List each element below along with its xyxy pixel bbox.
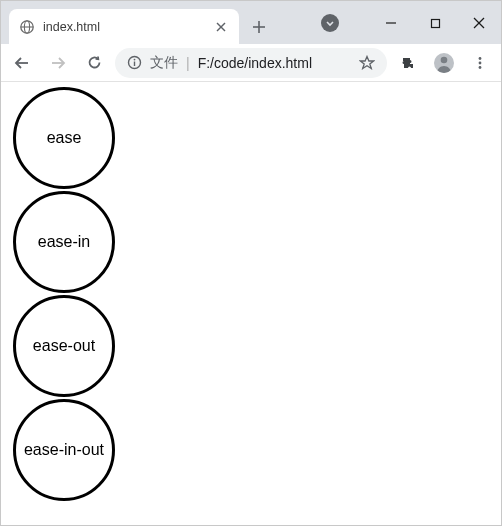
svg-point-19 [479,61,482,64]
circle-label: ease-in-out [24,441,104,459]
tab-title: index.html [43,20,205,34]
svg-marker-16 [360,56,373,68]
circle-ease: ease [13,87,115,189]
new-tab-button[interactable] [245,13,273,41]
circle-label: ease-in [38,233,90,251]
profile-avatar[interactable] [429,48,459,78]
circle-label: ease-out [33,337,95,355]
back-button[interactable] [7,48,37,78]
globe-icon [19,19,35,35]
circle-ease-in-out: ease-in-out [13,399,115,501]
circle-ease-out: ease-out [13,295,115,397]
window-controls [369,8,501,38]
minimize-button[interactable] [369,8,413,38]
reload-button[interactable] [79,48,109,78]
site-info-icon[interactable] [127,55,142,70]
circle-ease-in: ease-in [13,191,115,293]
svg-point-14 [134,59,136,61]
extensions-button[interactable] [393,48,423,78]
bookmark-star-button[interactable] [359,55,375,71]
browser-toolbar: 文件 | F:/code/index.html [1,44,501,82]
kebab-menu-button[interactable] [465,48,495,78]
address-separator: | [186,55,190,71]
address-info-label: 文件 [150,54,178,72]
address-url: F:/code/index.html [198,55,312,71]
page-content: ease ease-in ease-out ease-in-out [1,82,501,525]
svg-point-18 [479,57,482,60]
maximize-button[interactable] [413,8,457,38]
svg-point-20 [479,66,482,69]
tab-search-button[interactable] [321,14,339,32]
address-bar[interactable]: 文件 | F:/code/index.html [115,48,387,78]
circle-label: ease [47,129,82,147]
close-window-button[interactable] [457,8,501,38]
browser-tab[interactable]: index.html [9,9,239,44]
svg-point-17 [441,56,448,63]
window-titlebar: index.html [1,1,501,44]
svg-rect-8 [431,19,439,27]
tab-close-button[interactable] [213,22,229,32]
forward-button[interactable] [43,48,73,78]
